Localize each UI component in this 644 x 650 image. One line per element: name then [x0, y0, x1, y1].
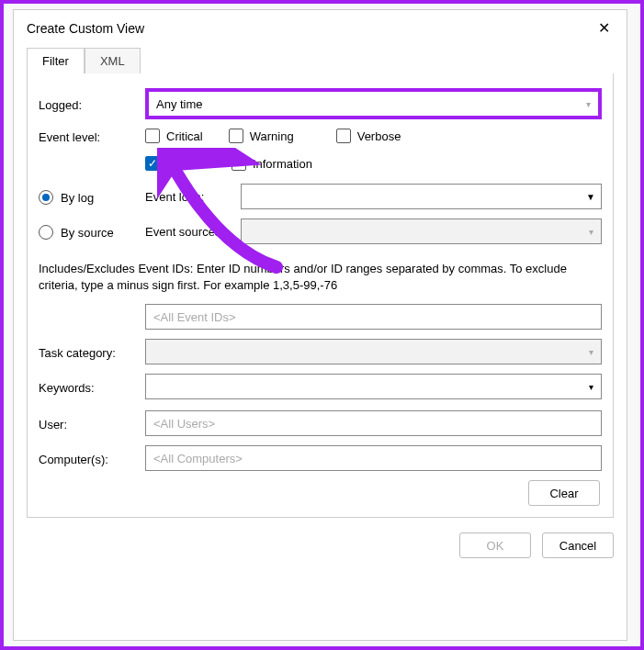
warning-checkbox[interactable]: Warning — [229, 129, 294, 143]
event-level-label: Event level: — [39, 129, 145, 144]
checkbox-box — [229, 129, 243, 143]
verbose-label: Verbose — [357, 129, 401, 143]
user-placeholder: <All Users> — [153, 417, 215, 431]
event-logs-combo[interactable]: ▼ — [241, 184, 602, 209]
event-ids-help: Includes/Excludes Event IDs: Enter ID nu… — [39, 261, 602, 293]
event-ids-input[interactable]: <All Event IDs> — [145, 304, 602, 330]
logged-select-value: Any time — [156, 97, 203, 111]
close-icon[interactable]: ✕ — [591, 17, 617, 39]
event-logs-label: Event logs: — [145, 190, 241, 204]
user-label: User: — [39, 416, 145, 431]
computers-input[interactable]: <All Computers> — [145, 445, 602, 471]
tabs: Filter XML — [27, 48, 614, 73]
filter-panel: Logged: Any time ▾ Event level: Critical — [27, 73, 614, 518]
logged-select[interactable]: Any time ▾ — [145, 88, 602, 119]
warning-label: Warning — [250, 129, 294, 143]
chevron-down-icon: ▾ — [584, 347, 597, 357]
error-checkbox[interactable]: ✓ Error — [145, 156, 193, 171]
information-checkbox[interactable]: Information — [232, 156, 312, 171]
by-source-radio[interactable] — [39, 225, 53, 240]
dialog-titlebar: Create Custom View ✕ — [14, 10, 627, 48]
by-source-label: By source — [61, 226, 114, 240]
user-input[interactable]: <All Users> — [145, 410, 602, 436]
event-sources-label: Event sources: — [145, 225, 241, 239]
chevron-down-icon: ▼ — [584, 192, 597, 202]
event-ids-placeholder: <All Event IDs> — [153, 310, 236, 324]
critical-label: Critical — [166, 129, 203, 143]
task-category-combo: ▾ — [145, 339, 602, 364]
tab-xml[interactable]: XML — [85, 48, 141, 73]
create-custom-view-dialog: Create Custom View ✕ Filter XML Logged: … — [13, 9, 627, 641]
event-sources-combo: ▾ — [241, 219, 602, 244]
dialog-footer: OK Cancel — [27, 532, 614, 558]
checkbox-box — [232, 156, 246, 171]
keywords-combo[interactable]: ▾ — [145, 374, 602, 399]
logged-label: Logged: — [39, 96, 145, 112]
chevron-down-icon: ▾ — [584, 382, 597, 392]
information-label: Information — [253, 157, 312, 171]
verbose-checkbox[interactable]: Verbose — [336, 129, 401, 143]
checkbox-box — [336, 129, 351, 143]
tab-filter[interactable]: Filter — [27, 48, 85, 73]
ok-button[interactable]: OK — [459, 532, 531, 558]
checkbox-box: ✓ — [145, 156, 160, 171]
cancel-button[interactable]: Cancel — [542, 532, 614, 558]
checkbox-box — [145, 129, 160, 143]
chevron-down-icon: ▾ — [584, 227, 597, 237]
keywords-label: Keywords: — [39, 379, 145, 395]
error-label: Error — [166, 157, 193, 171]
task-category-label: Task category: — [39, 344, 145, 360]
chevron-down-icon: ▾ — [586, 99, 591, 109]
critical-checkbox[interactable]: Critical — [145, 129, 203, 143]
by-log-label: By log — [61, 191, 94, 205]
by-log-radio[interactable] — [39, 190, 53, 205]
clear-button[interactable]: Clear — [528, 480, 600, 506]
dialog-title-text: Create Custom View — [27, 21, 144, 36]
computers-placeholder: <All Computers> — [153, 452, 243, 465]
computers-label: Computer(s): — [39, 451, 145, 466]
